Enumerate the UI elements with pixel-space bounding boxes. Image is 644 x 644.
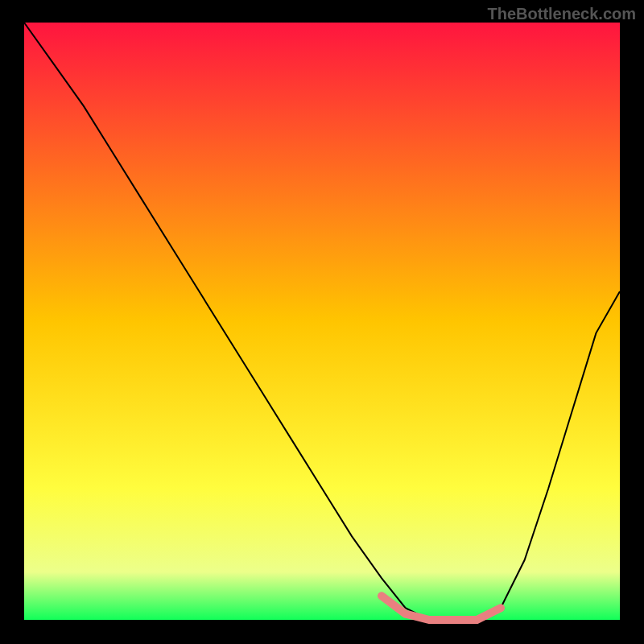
chart-frame: TheBottleneck.com: [0, 0, 644, 644]
chart-svg: [0, 0, 644, 644]
plot-background: [24, 23, 620, 620]
